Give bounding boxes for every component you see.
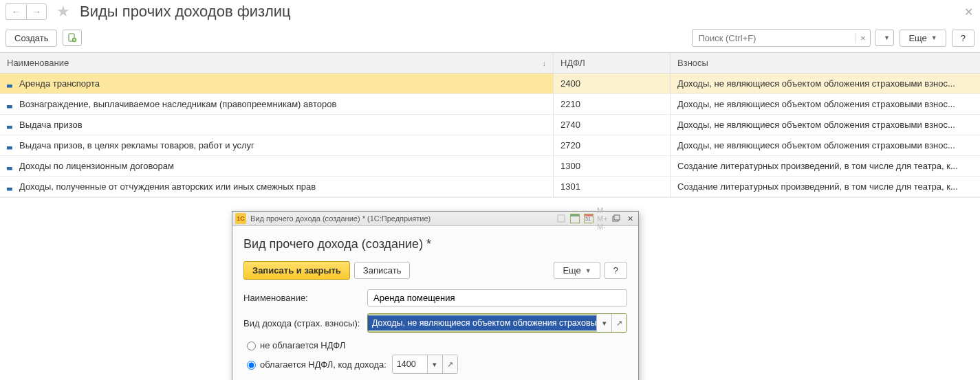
table-row[interactable]: ▃Выдача призов, в целях рекламы товаров,… <box>0 135 980 156</box>
table-row[interactable]: ▃Вознаграждение, выплачиваемое наследник… <box>0 94 980 115</box>
cell-name: ▃Аренда транспорта <box>0 74 554 93</box>
close-icon[interactable]: ✕ <box>964 5 973 19</box>
table-row[interactable]: ▃Доходы по лицензионным договорам1300Соз… <box>0 156 980 177</box>
cell-ndfl: 2210 <box>554 94 671 114</box>
titlebar-restore-icon[interactable] <box>611 213 622 224</box>
not-taxed-label: не облагается НДФЛ <box>260 340 345 350</box>
save-and-close-button[interactable]: Записать и закрыть <box>243 261 350 280</box>
name-input[interactable] <box>367 289 627 306</box>
more-button[interactable]: Еще ▼ <box>900 30 946 47</box>
help-button[interactable]: ? <box>952 30 974 47</box>
cell-fees: Доходы, не являющиеся объектом обложения… <box>671 135 980 155</box>
titlebar-calendar31-icon[interactable] <box>583 213 594 224</box>
row-marker-icon: ▃ <box>7 121 12 128</box>
search-input[interactable] <box>693 33 855 43</box>
cell-fees: Создание литературных произведений, в то… <box>671 177 980 197</box>
table-row[interactable]: ▃Выдача призов2740Доходы, не являющиеся … <box>0 115 980 135</box>
sort-indicator-icon: ↓ <box>543 59 547 67</box>
favorite-star-icon[interactable]: ★ <box>56 3 70 21</box>
row-marker-icon: ▃ <box>7 183 12 190</box>
svg-rect-6 <box>614 215 620 220</box>
column-header-fees[interactable]: Взносы <box>671 53 980 73</box>
titlebar-memory-icon[interactable]: M M+ M- <box>597 213 608 224</box>
column-header-name[interactable]: Наименование ↓ <box>0 53 554 73</box>
table-row[interactable]: ▃Доходы, полученные от отчуждения авторс… <box>0 177 980 197</box>
cell-fees: Доходы, не являющиеся объектом обложения… <box>671 94 980 114</box>
dialog-heading: Вид прочего дохода (создание) * <box>243 237 627 252</box>
save-button[interactable]: Записать <box>354 262 411 279</box>
cell-ndfl: 2400 <box>554 74 671 93</box>
cell-name: ▃Выдача призов, в целях рекламы товаров,… <box>0 135 554 155</box>
oneC-logo-icon: 1C <box>235 213 246 224</box>
cell-name: ▃Выдача призов <box>0 115 554 135</box>
create-income-dialog: 1C Вид прочего дохода (создание) * (1С:П… <box>232 211 639 380</box>
row-marker-icon: ▃ <box>7 100 12 108</box>
combo-open-icon[interactable]: ↗ <box>442 355 457 373</box>
create-button[interactable]: Создать <box>6 30 57 47</box>
search-clear-icon[interactable]: × <box>855 33 870 43</box>
cell-ndfl: 2740 <box>554 115 671 135</box>
code-value: 1400 <box>393 357 427 372</box>
svg-rect-4 <box>558 215 565 222</box>
cell-ndfl: 1300 <box>554 156 671 176</box>
not-taxed-radio[interactable] <box>247 342 256 350</box>
cell-name: ▃Доходы по лицензионным договорам <box>0 156 554 176</box>
taxed-label: облагается НДФЛ, код дохода: <box>260 359 386 370</box>
nav-back-button[interactable]: ← <box>6 3 26 20</box>
dialog-more-button[interactable]: Еще ▼ <box>554 262 600 279</box>
row-marker-icon: ▃ <box>7 162 12 170</box>
cell-fees: Доходы, не являющиеся объектом обложения… <box>671 115 980 135</box>
chevron-down-icon: ▼ <box>585 267 591 274</box>
cell-name: ▃Вознаграждение, выплачиваемое наследник… <box>0 94 554 114</box>
cell-ndfl: 2720 <box>554 135 671 155</box>
dialog-titlebar[interactable]: 1C Вид прочего дохода (создание) * (1С:П… <box>232 212 638 226</box>
search-field[interactable]: × <box>692 29 871 47</box>
dialog-window-title: Вид прочего дохода (создание) * (1С:Пред… <box>250 214 431 223</box>
code-combobox[interactable]: 1400 ▾ ↗ <box>392 355 458 374</box>
kind-label: Вид дохода (страх. взносы): <box>243 318 367 328</box>
nav-forward-button[interactable]: → <box>26 3 47 20</box>
page-title: Виды прочих доходов физлиц <box>80 3 291 21</box>
dialog-help-button[interactable]: ? <box>605 262 627 279</box>
name-label: Наименование: <box>243 293 367 303</box>
create-copy-button[interactable] <box>63 30 82 46</box>
chevron-down-icon: ▼ <box>931 34 937 41</box>
cell-fees: Создание литературных произведений, в то… <box>671 156 980 176</box>
cell-fees: Доходы, не являющиеся объектом обложения… <box>671 74 980 93</box>
row-marker-icon: ▃ <box>7 142 12 149</box>
kind-value: Доходы, не являющиеся объектом обложения… <box>368 315 596 331</box>
combo-dropdown-icon[interactable]: ▾ <box>596 314 611 332</box>
row-marker-icon: ▃ <box>7 80 12 87</box>
combo-open-icon[interactable]: ↗ <box>611 314 627 332</box>
cell-name: ▃Доходы, полученные от отчуждения авторс… <box>0 177 554 197</box>
table-row[interactable]: ▃Аренда транспорта2400Доходы, не являющи… <box>0 74 980 94</box>
kind-combobox[interactable]: Доходы, не являющиеся объектом обложения… <box>367 313 627 333</box>
taxed-radio[interactable] <box>247 361 256 370</box>
more-label: Еще <box>908 33 926 43</box>
column-header-ndfl[interactable]: НДФЛ <box>554 53 671 73</box>
cell-ndfl: 1301 <box>554 177 671 197</box>
titlebar-calendar-icon[interactable] <box>569 213 580 224</box>
search-button[interactable]: ▼ <box>875 30 894 46</box>
titlebar-doc-icon[interactable] <box>556 213 567 224</box>
income-types-table: Наименование ↓ НДФЛ Взносы ▃Аренда транс… <box>0 52 980 198</box>
titlebar-close-icon[interactable]: ✕ <box>624 213 635 224</box>
combo-dropdown-icon[interactable]: ▾ <box>427 355 442 373</box>
document-plus-icon <box>67 33 77 43</box>
